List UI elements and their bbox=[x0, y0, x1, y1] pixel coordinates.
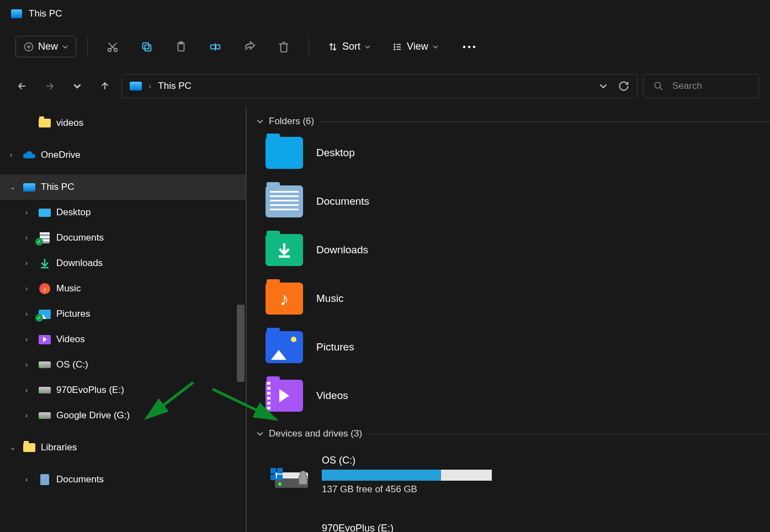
folder-icon bbox=[265, 380, 303, 412]
scrollbar[interactable] bbox=[236, 106, 246, 532]
tree-item[interactable]: ⌄ Libraries bbox=[0, 435, 246, 460]
rename-icon[interactable] bbox=[201, 35, 229, 59]
folder-item[interactable]: ✓Documents bbox=[265, 185, 525, 217]
tree-item[interactable]: › OneDrive bbox=[0, 142, 246, 168]
drive-item[interactable]: OS (C:) 137 GB free of 456 GB bbox=[265, 449, 525, 501]
tree-label: Pictures bbox=[56, 308, 90, 320]
back-button[interactable] bbox=[11, 75, 33, 97]
folder-icon bbox=[265, 331, 303, 363]
view-button[interactable]: View bbox=[385, 36, 446, 57]
address-bar[interactable]: › This PC bbox=[121, 74, 638, 98]
window-title: This PC bbox=[29, 8, 62, 19]
chevron-icon[interactable]: › bbox=[25, 336, 33, 343]
folder-item[interactable]: ♪Music bbox=[265, 283, 525, 315]
tree-item[interactable]: › Documents bbox=[0, 225, 246, 251]
pc-icon bbox=[11, 9, 22, 18]
svg-point-23 bbox=[463, 45, 465, 47]
pc-icon bbox=[130, 82, 142, 91]
chevron-right-icon: › bbox=[148, 81, 151, 91]
folder-item[interactable]: Downloads bbox=[265, 234, 525, 266]
tree-label: Documents bbox=[56, 474, 104, 485]
folder-item[interactable]: Desktop bbox=[265, 137, 525, 169]
sidebar[interactable]: videos› OneDrive⌄ This PC› Desktop› Docu… bbox=[0, 106, 246, 532]
tree-item[interactable]: › Desktop bbox=[0, 200, 246, 225]
chevron-icon[interactable]: › bbox=[25, 361, 33, 369]
refresh-icon[interactable] bbox=[618, 81, 629, 92]
paste-icon[interactable] bbox=[167, 35, 195, 59]
drive-name: 970EvoPlus (E:) bbox=[322, 523, 518, 532]
chevron-icon[interactable]: › bbox=[10, 151, 18, 159]
tree-item[interactable]: › Downloads bbox=[0, 251, 246, 276]
sync-badge-icon bbox=[35, 314, 43, 322]
tree-item[interactable]: › Videos bbox=[0, 327, 246, 352]
drives-group-header[interactable]: Devices and drives (3) bbox=[257, 428, 770, 439]
desktop-icon bbox=[39, 207, 51, 218]
svg-rect-7 bbox=[145, 45, 151, 51]
tree-label: Downloads bbox=[56, 258, 103, 269]
chevron-icon[interactable]: › bbox=[25, 259, 33, 267]
tree-label: OS (C:) bbox=[56, 359, 88, 370]
tree-item[interactable]: › ♪ Music bbox=[0, 276, 246, 301]
capacity-bar bbox=[322, 470, 492, 481]
forward-button[interactable] bbox=[39, 75, 61, 97]
tree-item[interactable]: › Google Drive (G:) bbox=[0, 403, 246, 428]
delete-icon[interactable] bbox=[270, 35, 298, 59]
tree-item[interactable]: › Pictures bbox=[0, 301, 246, 327]
folder-icon bbox=[265, 185, 303, 217]
tree-label: 970EvoPlus (E:) bbox=[56, 385, 124, 396]
svg-point-29 bbox=[655, 82, 661, 88]
more-icon[interactable] bbox=[453, 35, 486, 59]
up-button[interactable] bbox=[94, 75, 116, 97]
sort-button[interactable]: Sort bbox=[320, 36, 378, 57]
chevron-icon[interactable]: › bbox=[25, 234, 33, 242]
svg-line-30 bbox=[660, 87, 662, 90]
svg-point-24 bbox=[468, 45, 470, 47]
chevron-down-icon[interactable] bbox=[599, 82, 607, 90]
drive-icon bbox=[272, 455, 311, 488]
chevron-icon[interactable]: › bbox=[25, 285, 33, 292]
content-pane[interactable]: Folders (6) Desktop✓DocumentsDownloads♪M… bbox=[247, 106, 770, 532]
toolbar: New Sort View bbox=[0, 28, 770, 66]
cut-icon[interactable] bbox=[99, 35, 126, 59]
search-input[interactable]: Search bbox=[643, 74, 759, 98]
drive-icon bbox=[39, 410, 51, 421]
new-label: New bbox=[38, 41, 58, 52]
drive-item[interactable]: 970EvoPlus (E:) 305 GB free of 465 GB bbox=[265, 517, 525, 532]
tree-item[interactable]: › 970EvoPlus (E:) bbox=[0, 377, 246, 403]
chevron-icon[interactable]: › bbox=[25, 209, 33, 216]
drive-icon bbox=[39, 385, 51, 396]
chevron-icon[interactable]: › bbox=[25, 310, 33, 318]
tree-item[interactable]: ⌄ This PC bbox=[0, 174, 246, 200]
libraries-icon bbox=[23, 442, 35, 453]
breadcrumb[interactable]: This PC bbox=[158, 81, 191, 92]
search-placeholder: Search bbox=[672, 81, 702, 92]
svg-point-17 bbox=[394, 44, 395, 45]
chevron-icon[interactable]: › bbox=[25, 386, 33, 394]
folder-item[interactable]: ✓Pictures bbox=[265, 331, 525, 363]
tree-item[interactable]: videos bbox=[0, 110, 246, 136]
chevron-icon[interactable]: ⌄ bbox=[10, 444, 18, 451]
tree-label: Libraries bbox=[41, 442, 77, 453]
folder-label: Music bbox=[316, 292, 344, 305]
tree-label: videos bbox=[56, 118, 83, 129]
new-button[interactable]: New bbox=[15, 36, 76, 57]
folder-item[interactable]: Videos bbox=[265, 380, 525, 412]
search-icon bbox=[654, 81, 663, 91]
copy-icon[interactable] bbox=[133, 35, 161, 59]
navbar: › This PC Search bbox=[0, 66, 770, 106]
chevron-icon[interactable]: › bbox=[25, 476, 33, 483]
chevron-icon[interactable]: › bbox=[25, 412, 33, 419]
recent-button[interactable] bbox=[66, 75, 88, 97]
chevron-icon[interactable]: ⌄ bbox=[10, 183, 18, 191]
drive-icon bbox=[272, 523, 311, 532]
folders-group-header[interactable]: Folders (6) bbox=[257, 116, 770, 127]
onedrive-icon bbox=[23, 150, 35, 161]
folder-icon bbox=[265, 234, 303, 266]
folder-icon bbox=[39, 118, 51, 129]
tree-item[interactable]: › OS (C:) bbox=[0, 352, 246, 377]
svg-rect-8 bbox=[143, 42, 149, 49]
tree-item[interactable]: › Documents bbox=[0, 467, 246, 492]
folder-label: Documents bbox=[316, 195, 369, 208]
tree-label: Documents bbox=[56, 232, 104, 243]
share-icon[interactable] bbox=[236, 35, 263, 59]
